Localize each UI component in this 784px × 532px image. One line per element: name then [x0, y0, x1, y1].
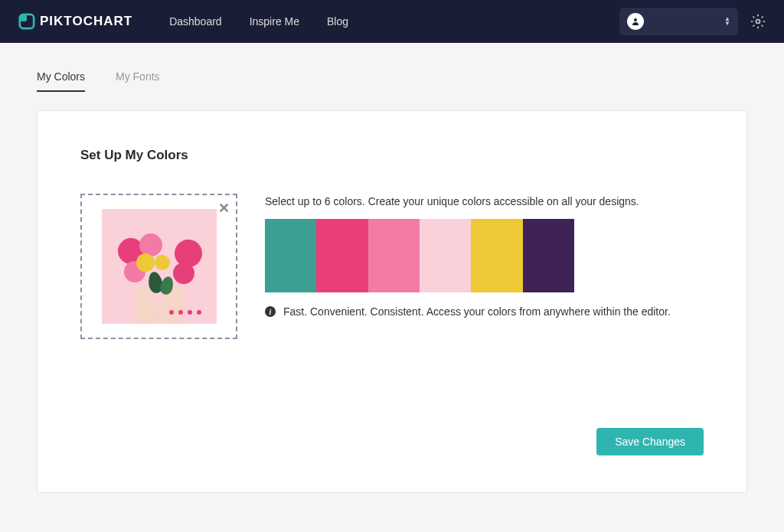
avatar-icon	[627, 13, 644, 30]
logo-icon	[18, 13, 35, 30]
nav-links: Dashboard Inspire Me Blog	[169, 15, 348, 28]
preview-image	[102, 209, 217, 324]
color-swatches	[265, 219, 574, 292]
header-right: ▲ ▼	[619, 8, 766, 35]
tabs-row: My Colors My Fonts	[37, 70, 747, 92]
color-swatch-5[interactable]	[471, 219, 522, 292]
brand-logo[interactable]: PIKTOCHART	[18, 13, 132, 30]
setup-row: ✕	[80, 194, 704, 339]
nav-dashboard[interactable]: Dashboard	[169, 15, 222, 28]
gear-icon	[750, 14, 766, 29]
nav-blog[interactable]: Blog	[327, 15, 348, 28]
color-swatch-4[interactable]	[420, 219, 471, 292]
top-header: PIKTOCHART Dashboard Inspire Me Blog ▲ ▼	[0, 0, 784, 43]
tab-my-fonts[interactable]: My Fonts	[116, 70, 160, 92]
nav-inspire[interactable]: Inspire Me	[250, 15, 299, 28]
svg-point-3	[756, 20, 760, 24]
palette-column: Select up to 6 colors. Create your uniqu…	[265, 194, 704, 320]
card-title: Set Up My Colors	[80, 148, 704, 163]
svg-point-2	[634, 18, 637, 21]
info-icon: i	[265, 306, 276, 317]
color-swatch-2[interactable]	[316, 219, 368, 292]
color-swatch-6[interactable]	[523, 219, 574, 292]
tab-my-colors[interactable]: My Colors	[37, 70, 85, 92]
brand-text: PIKTOCHART	[40, 14, 132, 29]
remove-image-button[interactable]: ✕	[218, 200, 230, 217]
svg-rect-1	[20, 15, 27, 21]
color-swatch-1[interactable]	[265, 219, 316, 292]
header-left: PIKTOCHART Dashboard Inspire Me Blog	[18, 13, 348, 30]
content-area: My Colors My Fonts Set Up My Colors ✕	[0, 43, 784, 493]
account-dropdown[interactable]: ▲ ▼	[619, 8, 738, 35]
settings-button[interactable]	[750, 14, 766, 29]
updown-icon: ▲ ▼	[724, 17, 730, 26]
info-row: i Fast. Convenient. Consistent. Access y…	[265, 305, 704, 320]
settings-card: Set Up My Colors ✕	[37, 110, 747, 493]
info-text: Fast. Convenient. Consistent. Access you…	[283, 305, 671, 320]
color-swatch-3[interactable]	[368, 219, 420, 292]
save-changes-button[interactable]: Save Changes	[596, 428, 704, 455]
image-dropzone[interactable]: ✕	[80, 194, 237, 339]
description-text: Select up to 6 colors. Create your uniqu…	[265, 194, 704, 210]
